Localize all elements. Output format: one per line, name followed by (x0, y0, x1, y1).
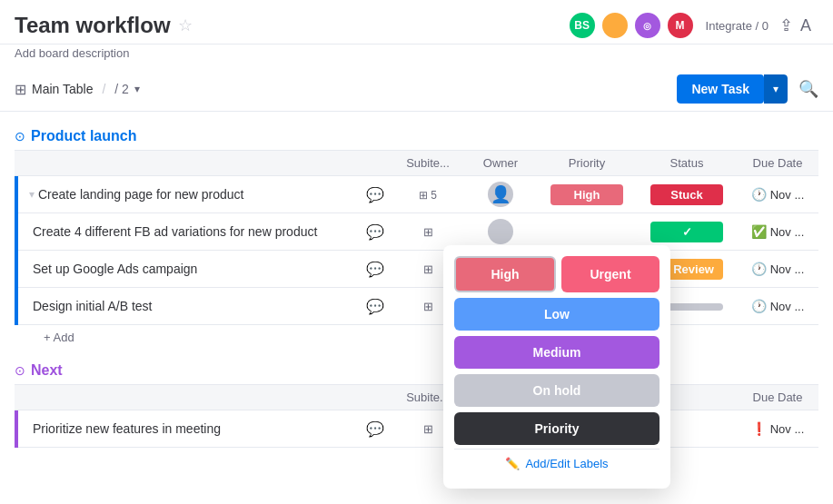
owner-cell: 👤 (464, 182, 537, 207)
status-badge[interactable]: ✓ (650, 222, 723, 242)
table-row: Set up Google Ads campaign 💬 ⊞ In Review… (18, 251, 818, 288)
board-description[interactable]: Add board description (0, 44, 833, 67)
owner-avatar: 👤 (488, 182, 513, 207)
comment-icon[interactable]: 💬 (366, 298, 384, 315)
column-headers: Subite... Owner Priority Status Due Date (15, 150, 818, 176)
avatar-3: ◎ (633, 11, 662, 40)
comment-icon[interactable]: 💬 (366, 261, 384, 278)
next-column-headers: Subite... Due Date (15, 384, 818, 410)
star-icon[interactable]: ☆ (178, 15, 193, 35)
group-toggle-icon[interactable]: ⊙ (15, 129, 25, 143)
col-subitems-header: Subite... (392, 156, 464, 170)
new-task-wrapper: New Task ▾ (677, 74, 788, 104)
table-icon: ⊞ (15, 81, 26, 98)
new-task-dropdown-button[interactable]: ▾ (764, 74, 788, 104)
table-row: Prioritize new features in meeting 💬 ⊞ 👤… (18, 410, 818, 448)
task-name[interactable]: Create 4 different FB ad variations for … (33, 224, 366, 239)
next-group-toggle-icon[interactable]: ⊙ (15, 363, 25, 378)
table-row: Design initial A/B test 💬 ⊞ 🕐 Nov ... (18, 288, 818, 325)
slash-separator: / (102, 82, 105, 96)
duedate-cell: 🕐 Nov ... (737, 262, 818, 276)
more-icon[interactable]: A (800, 16, 811, 35)
next-task-list: Prioritize new features in meeting 💬 ⊞ 👤… (15, 410, 818, 448)
table-switcher[interactable]: ⊞ Main Table / / 2 ▾ (15, 81, 140, 98)
avatar-bs: BS (568, 11, 597, 40)
clock-icon: 🕐 (751, 299, 767, 313)
owner-cell (464, 219, 537, 244)
subitems-icon: ⊞ (423, 225, 433, 239)
priority-option-medium[interactable]: Medium (454, 336, 659, 369)
person-icon: 👤 (491, 184, 511, 204)
table-row: ▾ Create landing page for new product 💬 … (18, 176, 818, 213)
comment-icon[interactable]: 💬 (366, 420, 384, 438)
priority-cell-wrapper[interactable]: High (537, 184, 637, 205)
integrate-button[interactable]: Integrate / 0 (706, 19, 769, 33)
avatar-m: M (666, 11, 695, 40)
priority-option-onhold[interactable]: On hold (454, 374, 659, 407)
task-name[interactable]: Prioritize new features in meeting (33, 421, 366, 436)
add-edit-labels-button[interactable]: ✏️ Add/Edit Labels (454, 449, 659, 478)
col-duedate-header: Due Date (737, 156, 818, 170)
priority-badge[interactable]: High (550, 184, 623, 205)
dropdown-row-3: Medium (454, 336, 659, 369)
table-count: / 2 (114, 82, 129, 96)
priority-option-priority[interactable]: Priority (454, 412, 659, 445)
priority-option-low[interactable]: Low (454, 298, 659, 331)
product-launch-title: Product launch (31, 128, 136, 144)
check-icon: ✅ (751, 224, 767, 239)
col-status-header: Status (637, 156, 737, 170)
subitems-badge[interactable]: ⊞ 5 (419, 189, 437, 202)
duedate-cell: 🕐 Nov ... (737, 187, 818, 202)
board-area: ⊙ Product launch Subite... Owner Priorit… (0, 112, 833, 459)
add-label[interactable]: + Add (44, 331, 74, 344)
alert-icon: ❗ (751, 421, 767, 436)
dropdown-row-2: Low (454, 298, 659, 331)
dropdown-row-5: Priority (454, 412, 659, 445)
product-task-list: ▾ Create landing page for new product 💬 … (15, 176, 818, 325)
col-priority-header: Priority (537, 156, 637, 170)
avatar-group: BS ◎ M (568, 11, 695, 40)
clock-icon: 🕐 (751, 187, 767, 202)
avatar-2 (600, 11, 630, 40)
add-task-row[interactable]: + Add (15, 325, 833, 350)
task-name[interactable]: Create landing page for new product (38, 187, 366, 202)
dropdown-options-list: High Urgent Low Medium On hold Priority (454, 256, 659, 445)
board-title: Team workflow (15, 13, 171, 38)
share-icon[interactable]: ⇪ (779, 15, 793, 35)
chevron-down-icon[interactable]: ▾ (134, 83, 140, 95)
next-group-header: ⊙ Next (0, 357, 833, 384)
comment-icon[interactable]: 💬 (366, 186, 384, 203)
priority-dropdown: High Urgent Low Medium On hold Priority … (443, 245, 670, 489)
col-owner-header: Owner (464, 156, 537, 170)
dropdown-row-4: On hold (454, 374, 659, 407)
owner-avatar (488, 219, 513, 244)
task-name[interactable]: Set up Google Ads campaign (33, 262, 366, 276)
subitems-icon: ⊞ (423, 422, 433, 436)
duedate-cell: 🕐 Nov ... (737, 299, 818, 313)
duedate-cell: ✅ Nov ... (737, 224, 818, 239)
status-badge[interactable]: Stuck (650, 184, 723, 205)
col-duedate-header-next: Due Date (737, 390, 818, 404)
search-icon[interactable]: 🔍 (798, 79, 818, 99)
subitems-cell: ⊞ 5 (392, 188, 464, 202)
status-cell-wrapper[interactable]: Stuck (637, 184, 737, 205)
toolbar: ⊞ Main Table / / 2 ▾ New Task ▾ 🔍 (0, 67, 833, 112)
dropdown-row-1: High Urgent (454, 256, 659, 292)
table-row: Create 4 different FB ad variations for … (18, 213, 818, 251)
comment-icon[interactable]: 💬 (366, 223, 384, 241)
subitems-icon: ⊞ (423, 300, 433, 313)
clock-icon: 🕐 (751, 262, 767, 276)
new-task-button[interactable]: New Task (677, 74, 764, 104)
duedate-cell: ❗ Nov ... (737, 421, 818, 436)
table-name: Main Table (32, 82, 93, 96)
priority-option-urgent[interactable]: Urgent (561, 256, 659, 292)
row-expand-icon[interactable]: ▾ (29, 188, 35, 201)
next-group-title: Next (31, 362, 63, 379)
header: Team workflow ☆ BS ◎ M Integrate / 0 ⇪ A (0, 0, 833, 44)
add-edit-label-text[interactable]: Add/Edit Labels (525, 457, 608, 470)
priority-option-high[interactable]: High (454, 256, 556, 292)
task-name[interactable]: Design initial A/B test (33, 299, 366, 313)
product-launch-group-header: ⊙ Product launch (0, 123, 833, 150)
status-cell-wrapper[interactable]: ✓ (637, 222, 737, 242)
subitems-cell: ⊞ (392, 225, 464, 239)
